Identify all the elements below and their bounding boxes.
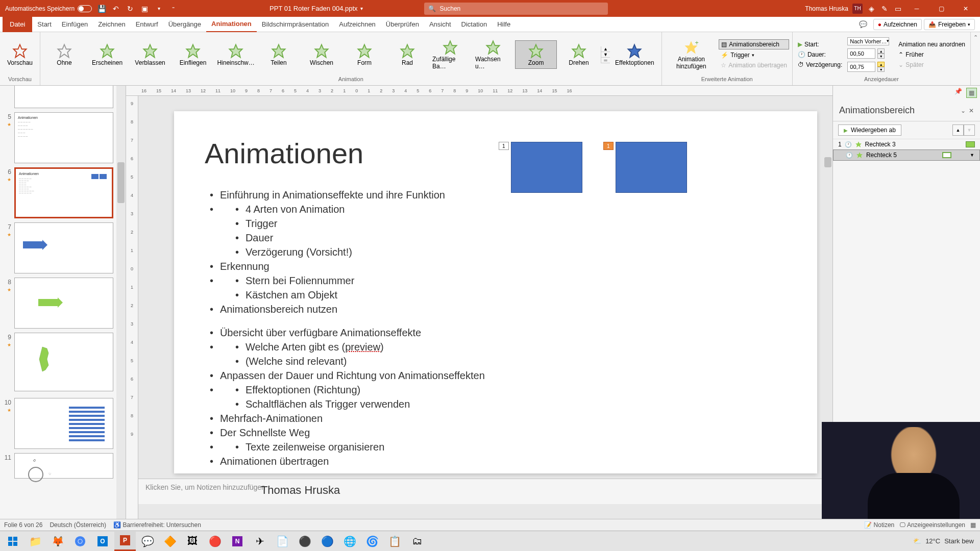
effect-options-button[interactable]: Effektoptionen — [611, 34, 658, 75]
onenote-icon[interactable]: N — [227, 532, 248, 551]
spinner-up-icon[interactable]: ▲ — [877, 62, 885, 67]
tab-transitions[interactable]: Übergänge — [163, 17, 206, 32]
dropdown-icon[interactable]: ▾ — [154, 4, 163, 13]
play-from-button[interactable]: ▶Wiedergeben ab — [838, 124, 901, 136]
pen-icon[interactable]: ✎ — [880, 4, 889, 13]
qat-more-icon[interactable]: ⁼ — [168, 4, 178, 13]
anim-flyin[interactable]: Einfliegen — [172, 41, 214, 68]
pane-pin-icon[interactable]: 📌 — [954, 88, 962, 98]
slide-thumb[interactable]: 9★ — [2, 333, 124, 394]
user-avatar[interactable]: TH — [852, 4, 863, 14]
outlook-icon[interactable]: O — [92, 532, 113, 551]
share-button[interactable]: 📤Freigeben▾ — [924, 19, 975, 30]
app-icon[interactable]: 🔴 — [204, 532, 226, 551]
slide-shape-1[interactable] — [511, 142, 582, 193]
app-icon[interactable]: 📋 — [384, 532, 405, 551]
animation-tag[interactable]: 1 — [603, 142, 614, 150]
animation-item[interactable]: 1 🕐 Rechteck 3 — [833, 139, 980, 149]
slide-thumb[interactable]: 5★ Animationen— — — — —— — — —— — — — — … — [2, 112, 124, 163]
autosave-toggle[interactable]: Automatisches Speichern — [5, 5, 92, 12]
slide-shape-2[interactable] — [616, 142, 687, 193]
start-button[interactable] — [2, 532, 23, 551]
app-icon[interactable]: 🔵 — [316, 532, 338, 551]
display-settings[interactable]: 🖵 Anzeigeeinstellungen — [899, 521, 965, 529]
tab-review[interactable]: Überprüfen — [381, 17, 424, 32]
language-indicator[interactable]: Deutsch (Österreich) — [50, 521, 106, 529]
anim-random[interactable]: Zufällige Ba… — [429, 37, 471, 72]
move-up-button[interactable]: ▲ — [952, 124, 964, 136]
comments-icon[interactable]: 💬 — [855, 20, 871, 28]
slide-title[interactable]: Animationen — [205, 137, 787, 170]
collapse-ribbon-icon[interactable]: ⌃ — [973, 34, 978, 41]
start-dropdown[interactable]: Nach Vorher…▾ — [847, 37, 889, 45]
tab-record[interactable]: Aufzeichnen — [334, 17, 381, 32]
spinner-up-icon[interactable]: ▲ — [877, 48, 885, 54]
firefox-icon[interactable]: 🦊 — [47, 532, 68, 551]
thumbnails-scrollbar[interactable] — [116, 86, 126, 519]
tab-view[interactable]: Ansicht — [424, 17, 456, 32]
app-icon[interactable]: 🗂 — [406, 532, 428, 551]
close-button[interactable]: ✕ — [955, 0, 976, 17]
slide-author[interactable]: Thomas Hruska — [261, 484, 787, 497]
anim-spin[interactable]: Drehen — [558, 41, 600, 68]
search-input[interactable]: 🔍 Suchen — [424, 3, 608, 15]
anim-none[interactable]: Ohne — [43, 41, 85, 68]
tab-start[interactable]: Start — [32, 17, 56, 32]
anim-wipe[interactable]: Wischen — [301, 41, 342, 68]
gallery-scroll[interactable]: ▲ ▼ ═ — [601, 46, 610, 63]
app-icon[interactable]: 🖼 — [182, 532, 203, 551]
view-normal-icon[interactable]: ▦ — [970, 521, 976, 529]
tab-design[interactable]: Entwurf — [131, 17, 163, 32]
username[interactable]: Thomas Hruska — [805, 5, 848, 12]
anim-grow[interactable]: Wachsen u… — [472, 37, 514, 72]
delay-input[interactable]: 00,75 — [847, 62, 875, 72]
slide-thumb[interactable]: 11 ⏱♡ — [2, 453, 124, 479]
tab-slideshow[interactable]: Bildschirmpräsentation — [257, 17, 334, 32]
anim-float[interactable]: Hineinschw… — [215, 41, 257, 68]
anim-split[interactable]: Teilen — [258, 41, 300, 68]
system-tray[interactable]: ⛅ 12°C Stark bew — [913, 537, 978, 545]
spinner-down-icon[interactable]: ▼ — [877, 54, 885, 59]
slide-thumb[interactable] — [2, 86, 124, 108]
scroll-down-icon[interactable]: ▼ — [601, 52, 610, 58]
chevron-down-icon[interactable]: ⌄ — [961, 107, 966, 114]
duration-input[interactable]: 00,50 — [847, 48, 875, 59]
edge-icon[interactable]: 🌀 — [361, 532, 383, 551]
chevron-down-icon[interactable]: ▼ — [970, 153, 974, 158]
move-earlier-button[interactable]: ⌃Früher — [896, 50, 967, 59]
app-icon[interactable]: 📄 — [272, 532, 293, 551]
anim-appear[interactable]: Erscheinen — [86, 41, 128, 68]
accessibility-check[interactable]: ♿ Barrierefreiheit: Untersuchen — [113, 521, 201, 529]
anim-wheel[interactable]: Rad — [386, 41, 428, 68]
slide-thumb[interactable]: 10★ — [2, 398, 124, 449]
anim-zoom[interactable]: Zoom — [515, 40, 557, 69]
undo-icon[interactable]: ↶ — [111, 4, 120, 13]
save-icon[interactable]: 💾 — [97, 4, 106, 13]
maximize-button[interactable]: ▢ — [931, 0, 951, 17]
tab-dictation[interactable]: Dictation — [456, 17, 493, 32]
tab-draw[interactable]: Zeichnen — [93, 17, 130, 32]
anim-shape[interactable]: Form — [344, 41, 385, 68]
slide-thumb[interactable]: 6★ Animationen— — — — —— — — —— — —— — —… — [2, 167, 124, 218]
animation-item[interactable]: 🕐 Rechteck 5 ▼ — [833, 149, 980, 161]
tab-help[interactable]: Hilfe — [492, 17, 516, 32]
notes-toggle[interactable]: 📝 Notizen — [864, 521, 894, 529]
spinner-down-icon[interactable]: ▼ — [877, 67, 885, 72]
pane-box-icon[interactable]: ▦ — [966, 88, 977, 98]
move-down-button[interactable]: ▼ — [964, 124, 975, 136]
trigger-button[interactable]: ⚡Trigger▾ — [719, 51, 789, 60]
gallery-more-icon[interactable]: ═ — [601, 58, 610, 63]
explorer-icon[interactable]: 📁 — [24, 532, 46, 551]
app-icon[interactable]: 🌐 — [339, 532, 360, 551]
slide-canvas[interactable]: Animationen Einführung in Animationseffe… — [174, 111, 817, 473]
tab-animations[interactable]: Animationen — [206, 17, 257, 32]
scroll-up-icon[interactable]: ▲ — [601, 46, 610, 52]
slide-thumb[interactable]: 8★ — [2, 278, 124, 329]
preview-button[interactable]: Vorschau — [3, 34, 37, 75]
tab-insert[interactable]: Einfügen — [57, 17, 93, 32]
app-icon[interactable]: 💬 — [137, 532, 158, 551]
animation-tag[interactable]: 1 — [499, 142, 509, 150]
telegram-icon[interactable]: ✈ — [249, 532, 271, 551]
filename[interactable]: PPT 01 Roter Faden 004.pptx ▾ — [270, 5, 362, 12]
window-icon[interactable]: ▭ — [893, 4, 902, 13]
